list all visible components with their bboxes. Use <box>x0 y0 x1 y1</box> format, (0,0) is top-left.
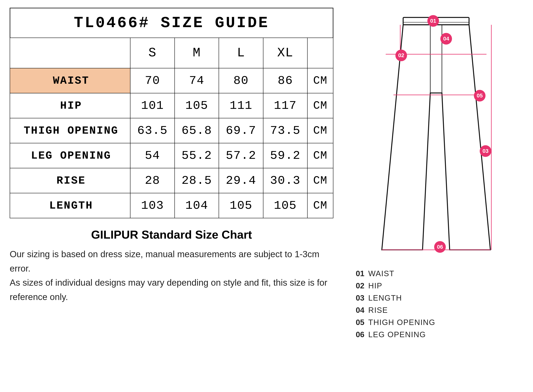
page-title: TL0466# SIZE GUIDE <box>10 8 333 37</box>
legend-number: 04 <box>353 306 364 315</box>
legend-number: 01 <box>353 269 364 278</box>
table-row: HIP101105111117CM <box>10 93 333 118</box>
cell-value: 105 <box>263 193 307 218</box>
size-table: S M L XL WAIST70748086CMHIP101105111117C… <box>10 37 333 218</box>
col-header-label <box>10 38 130 68</box>
legend-item: 06LEG OPENING <box>353 330 523 339</box>
cell-value: 111 <box>219 93 263 118</box>
legend-label-text: HIP <box>368 281 382 290</box>
cell-value: 103 <box>130 193 175 218</box>
dot-02: 02 <box>395 50 407 61</box>
legend-label-text: LENGTH <box>368 294 402 302</box>
col-header-unit <box>307 38 333 68</box>
unit-cell: CM <box>307 168 333 193</box>
legend-number: 05 <box>353 318 364 327</box>
cell-value: 105 <box>219 193 263 218</box>
legend-label-text: LEG OPENING <box>368 330 426 339</box>
table-row: THIGH OPENING63.565.869.773.5CM <box>10 118 333 143</box>
dot-04-label: 04 <box>443 36 449 42</box>
unit-cell: CM <box>307 68 333 93</box>
legend-item: 01WAIST <box>353 269 523 278</box>
row-label: HIP <box>10 93 130 118</box>
dot-03-label: 03 <box>482 148 488 154</box>
cell-value: 101 <box>130 93 175 118</box>
dot-02-label: 02 <box>398 52 404 58</box>
unit-cell: CM <box>307 193 333 218</box>
legend-item: 02HIP <box>353 281 523 290</box>
footer-text: Our sizing is based on dress size, manua… <box>10 247 333 304</box>
table-row: LENGTH103104105105CM <box>10 193 333 218</box>
legend-label-text: RISE <box>368 306 388 315</box>
legend-item: 05THIGH OPENING <box>353 318 523 327</box>
legend-item: 04RISE <box>353 306 523 315</box>
legend-number: 02 <box>353 281 364 290</box>
cell-value: 59.2 <box>263 143 307 168</box>
row-label: WAIST <box>10 68 130 93</box>
legend-number: 06 <box>353 330 364 339</box>
cell-value: 28.5 <box>175 168 219 193</box>
unit-cell: CM <box>307 143 333 168</box>
cell-value: 54 <box>130 143 175 168</box>
cell-value: 29.4 <box>219 168 263 193</box>
cell-value: 65.8 <box>175 118 219 143</box>
cell-value: 74 <box>175 68 219 93</box>
pants-diagram <box>370 12 502 256</box>
col-header-s: S <box>130 38 175 68</box>
footer-line-1: Our sizing is based on dress size, manua… <box>10 247 333 275</box>
cell-value: 28 <box>130 168 175 193</box>
dot-01-label: 01 <box>430 18 436 24</box>
legend-label-text: THIGH OPENING <box>368 318 435 327</box>
table-row: RISE2828.529.430.3CM <box>10 168 333 193</box>
legend: 01WAIST02HIP03LENGTH04RISE05THIGH OPENIN… <box>349 269 523 342</box>
cell-value: 105 <box>175 93 219 118</box>
table-header-row: S M L XL <box>10 38 333 68</box>
legend-label-text: WAIST <box>368 269 394 278</box>
unit-cell: CM <box>307 93 333 118</box>
dot-06-label: 06 <box>437 244 443 250</box>
page-wrapper: TL0466# SIZE GUIDE S M L XL WAIST7074808… <box>10 8 523 342</box>
cell-value: 117 <box>263 93 307 118</box>
col-header-xl: XL <box>263 38 307 68</box>
col-header-l: L <box>219 38 263 68</box>
cell-value: 69.7 <box>219 118 263 143</box>
dot-06: 06 <box>434 241 446 253</box>
row-label: RISE <box>10 168 130 193</box>
cell-value: 30.3 <box>263 168 307 193</box>
row-label: LEG OPENING <box>10 143 130 168</box>
legend-item: 03LENGTH <box>353 294 523 302</box>
dot-03: 03 <box>480 145 491 157</box>
cell-value: 70 <box>130 68 175 93</box>
legend-number: 03 <box>353 294 364 302</box>
cell-value: 55.2 <box>175 143 219 168</box>
table-row: LEG OPENING5455.257.259.2CM <box>10 143 333 168</box>
dot-01: 01 <box>427 15 439 27</box>
footer-title: GILIPUR Standard Size Chart <box>10 228 333 241</box>
diagram-wrapper: 01 04 02 05 03 06 <box>368 12 504 263</box>
cell-value: 80 <box>219 68 263 93</box>
row-label: THIGH OPENING <box>10 118 130 143</box>
unit-cell: CM <box>307 118 333 143</box>
cell-value: 73.5 <box>263 118 307 143</box>
col-header-m: M <box>175 38 219 68</box>
right-section: 01 04 02 05 03 06 01WAIST02HIP03LENGTH04… <box>349 8 523 342</box>
row-label: LENGTH <box>10 193 130 218</box>
size-table-container: TL0466# SIZE GUIDE S M L XL WAIST7074808… <box>10 8 333 218</box>
cell-value: 57.2 <box>219 143 263 168</box>
dot-05: 05 <box>474 90 486 102</box>
dot-04: 04 <box>440 33 452 45</box>
dot-05-label: 05 <box>476 93 483 99</box>
left-section: TL0466# SIZE GUIDE S M L XL WAIST7074808… <box>10 8 333 306</box>
cell-value: 104 <box>175 193 219 218</box>
footer-section: GILIPUR Standard Size Chart Our sizing i… <box>10 226 333 306</box>
table-row: WAIST70748086CM <box>10 68 333 93</box>
cell-value: 86 <box>263 68 307 93</box>
footer-line-2: As sizes of individual designs may vary … <box>10 275 333 304</box>
cell-value: 63.5 <box>130 118 175 143</box>
